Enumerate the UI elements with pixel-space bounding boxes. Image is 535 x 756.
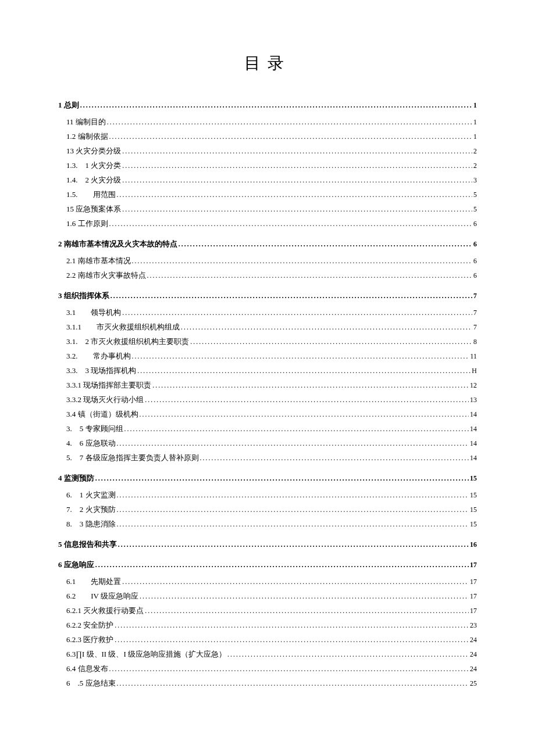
toc-entry-page: 15 (470, 492, 477, 499)
toc-leader-dots (109, 220, 473, 227)
toc-leader-dots (109, 133, 473, 140)
toc-entry: 6.4 信息发布24 (58, 661, 477, 676)
toc-entry-label: 3.3. 3 现场指挥机构 (66, 367, 136, 374)
toc-leader-dots (110, 292, 472, 299)
toc-leader-dots (200, 454, 469, 461)
toc-entry: 1.5. 用范围5 (58, 187, 477, 202)
toc-leader-dots (132, 353, 469, 360)
toc-entry-label: 5 信息报告和共享 (58, 540, 117, 548)
toc-entry-label: 4. 6 应急联动 (66, 439, 116, 447)
toc-entry-page: 2 (473, 148, 477, 155)
toc-leader-dots (140, 411, 469, 418)
toc-entry-page: 24 (470, 665, 477, 672)
toc-entry: 3.4 镇（街道）级机构14 (58, 407, 477, 421)
toc-entry-page: 25 (470, 680, 477, 687)
toc-entry-label: 2.1 南雄市基本情况 (66, 257, 131, 264)
toc-entry-page: 17 (470, 593, 477, 600)
toc-entry-label: 4 监测预防 (58, 474, 94, 482)
toc-entry-label: 11 编制目的 (66, 118, 106, 126)
toc-entry: 5. 7 各级应急指挥主要负责人替补原则14 (58, 450, 477, 465)
toc-entry: 1.2 编制依据1 (58, 129, 477, 144)
toc-entry-label: 5. 7 各级应急指挥主要负责人替补原则 (66, 454, 199, 461)
toc-leader-dots (122, 177, 472, 184)
toc-entry-label: 1.3. 1 火灾分类 (66, 162, 121, 169)
toc-entry-label: 3.3.1 现场指挥部主要职责 (66, 381, 151, 389)
toc-entry-page: 7 (473, 309, 477, 316)
toc-leader-dots (107, 119, 472, 126)
toc-leader-dots (124, 425, 469, 432)
toc-leader-dots (95, 561, 469, 568)
toc-entry-label: 3.1.1 市灭火救援组织机构组成 (66, 323, 180, 331)
toc-entry: 4. 6 应急联动14 (58, 436, 477, 450)
toc-entry-label: 6.2.1 灭火救援行动要点 (66, 607, 144, 614)
toc-entry-label: 1.2 编制依据 (66, 132, 108, 140)
toc-entry: 1 总则1 (58, 98, 477, 112)
toc-entry-label: 3.1. 2 市灭火救援组织机构主要职责 (66, 338, 189, 345)
toc-entry-label: 3.4 镇（街道）级机构 (66, 410, 138, 418)
toc-leader-dots (122, 162, 472, 169)
toc-entry-page: 1 (473, 102, 477, 109)
toc-entry-page: 15 (470, 475, 477, 482)
toc-leader-dots (115, 622, 469, 629)
toc-leader-dots (122, 206, 472, 213)
toc-entry-label: 3 组织指挥体系 (58, 292, 109, 299)
toc-entry: 3.2. 常办事机构11 (58, 349, 477, 363)
toc-entry-page: 16 (470, 541, 477, 548)
toc-entry: 15 应急预案体系5 (58, 202, 477, 216)
toc-entry-label: 1.6 工作原则 (66, 220, 108, 227)
toc-entry-page: 6 (473, 257, 477, 264)
toc-leader-dots (145, 396, 469, 403)
toc-entry: 11 编制目的1 (58, 114, 477, 129)
toc-entry-page: 12 (470, 382, 477, 389)
toc-entry: 3 组织指挥体系7 (58, 288, 477, 303)
toc-entry: 3.3. 3 现场指挥机构H (58, 363, 477, 378)
toc-entry: 6.3∏I 级、II 级、I 级应急响应措施（扩大应急）24 (58, 647, 477, 661)
toc-entry-page: 6 (473, 241, 477, 248)
toc-leader-dots (147, 272, 473, 279)
toc-entry-page: 14 (470, 425, 477, 432)
toc-leader-dots (227, 651, 469, 658)
toc-leader-dots (117, 191, 473, 198)
toc-entry-label: 13 火灾分类分级 (66, 147, 121, 155)
toc-leader-dots (115, 636, 469, 643)
toc-entry-label: 6 应急响应 (58, 561, 94, 568)
toc-entry: 6.2.1 灭火救援行动要点17 (58, 603, 477, 618)
toc-leader-dots (109, 665, 469, 672)
toc-entry-label: 6 .5 应急结束 (66, 679, 116, 687)
toc-entry-page: 1 (473, 133, 477, 140)
toc-entry-label: 1.5. 用范围 (66, 191, 116, 198)
toc-entry-page: 5 (473, 191, 477, 198)
toc-entry: 6 应急响应17 (58, 557, 477, 572)
toc-entry-label: 6.2 IV 级应急响应 (66, 592, 138, 600)
toc-entry-page: 13 (470, 396, 477, 403)
toc-entry-label: 6.4 信息发布 (66, 665, 108, 672)
toc-entry: 3. 5 专家顾问组14 (58, 421, 477, 436)
toc-entry: 6.2.2 安全防护23 (58, 618, 477, 632)
toc-entry-page: 8 (473, 338, 477, 345)
toc-leader-dots (140, 593, 469, 600)
toc-leader-dots (118, 541, 469, 548)
toc-leader-dots (122, 578, 469, 585)
toc-entry: 6.1 先期处置17 (58, 574, 477, 589)
toc-entry-page: 11 (470, 353, 477, 360)
toc-entry-page: 7 (473, 324, 477, 331)
toc-entry-page: 17 (470, 561, 477, 568)
toc-leader-dots (117, 506, 469, 513)
toc-leader-dots (117, 440, 469, 447)
toc-leader-dots (137, 367, 470, 374)
toc-leader-dots (122, 148, 472, 155)
table-of-contents: 1 总则111 编制目的11.2 编制依据113 火灾分类分级21.3. 1 火… (58, 98, 477, 690)
toc-entry-label: 6.1 先期处置 (66, 578, 121, 585)
toc-leader-dots (117, 680, 469, 687)
toc-entry-page: 14 (470, 411, 477, 418)
toc-entry: 5 信息报告和共享16 (58, 537, 477, 551)
toc-entry-page: 6 (473, 272, 477, 279)
toc-entry-page: 3 (473, 177, 477, 184)
toc-entry: 1.4. 2 火灾分级3 (58, 173, 477, 187)
toc-entry-label: 3.3.2 现场灭火行动小组 (66, 396, 144, 403)
toc-entry-page: 14 (470, 440, 477, 447)
toc-entry-label: 2.2 南雄市火灾事故特点 (66, 271, 146, 279)
toc-entry: 3.1.1 市灭火救援组织机构组成7 (58, 320, 477, 334)
toc-entry: 8. 3 隐患消除15 (58, 517, 477, 531)
toc-entry-label: 6.2.3 医疗救护 (66, 636, 113, 643)
